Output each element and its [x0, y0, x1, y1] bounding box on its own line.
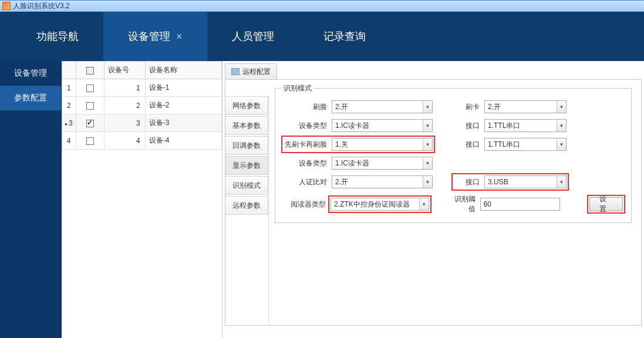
cell-device-num: 4 — [104, 132, 145, 150]
window-titlebar: 人脸识别系统V3.2 — [0, 0, 644, 12]
row-checkbox[interactable] — [86, 102, 94, 110]
cell-device-num: 3 — [104, 114, 145, 132]
select-id-compare[interactable]: 2.开 ▼ — [332, 175, 433, 188]
param-nav-display[interactable]: 显示参数 — [225, 156, 268, 175]
fieldset-legend: 识别模式 — [281, 83, 314, 93]
select-port-3[interactable]: 3.USB ▼ — [484, 175, 567, 188]
label-device-type-2: 设备类型 — [284, 158, 332, 168]
select-face[interactable]: 2.开 ▼ — [332, 100, 433, 113]
window-title: 人脸识别系统V3.2 — [13, 1, 70, 11]
select-value: 3.USB — [488, 178, 508, 186]
set-button[interactable]: 设置 — [589, 197, 623, 211]
label-port-2: 接口 — [454, 140, 484, 150]
select-card-then-face[interactable]: 1.关 ▼ — [332, 138, 433, 151]
row-checkbox[interactable] — [86, 120, 94, 127]
label-device-type: 设备类型 — [284, 121, 332, 131]
input-threshold[interactable]: 60 — [480, 198, 560, 211]
label-port-1: 接口 — [454, 121, 484, 131]
param-nav-callback[interactable]: 回调参数 — [225, 136, 268, 155]
tab-label: 记录查询 — [323, 29, 366, 43]
sidebar-item-device-manage[interactable]: 设备管理 — [0, 61, 61, 86]
sidebar: 设备管理 参数配置 — [0, 61, 62, 338]
chevron-down-icon: ▼ — [557, 176, 566, 188]
device-table-wrap: 设备号 设备名称 1 1 设备-1 2 2 设备-2 3 — [62, 61, 222, 338]
table-row[interactable]: 4 4 设备-4 — [62, 132, 221, 150]
tab-record-query[interactable]: 记录查询 — [299, 12, 390, 61]
cell-device-name: 设备-2 — [145, 97, 221, 114]
select-value: 2.开 — [335, 102, 348, 112]
tab-label: 人员管理 — [232, 29, 274, 43]
row-index: 2 — [62, 97, 76, 114]
cell-device-num: 1 — [104, 79, 145, 97]
label-threshold: 识别阈值 — [450, 194, 480, 214]
chevron-down-icon: ▼ — [419, 198, 429, 210]
tab-label: 功能导航 — [36, 29, 79, 43]
select-value: 1.TTL串口 — [488, 140, 520, 150]
label-card-then-face: 先刷卡再刷脸 — [284, 140, 332, 150]
select-value: 2.ZTK中控身份证阅读器 — [334, 200, 410, 209]
app-icon — [2, 2, 11, 10]
select-port-2[interactable]: 1.TTL串口 ▼ — [484, 138, 567, 151]
chevron-down-icon: ▼ — [423, 176, 432, 188]
select-value: 2.开 — [335, 177, 348, 187]
subtab-label: 远程配置 — [242, 67, 271, 77]
param-nav-basic[interactable]: 基本参数 — [225, 116, 268, 135]
sidebar-item-param-config[interactable]: 参数配置 — [0, 86, 61, 110]
label-reader-type: 阅读器类型 — [284, 200, 331, 209]
param-nav-recognize-mode[interactable]: 识别模式 — [225, 176, 268, 195]
select-value: 2.开 — [488, 102, 501, 112]
monitor-icon — [231, 68, 240, 75]
chevron-down-icon: ▼ — [557, 101, 566, 113]
header-checkbox[interactable] — [86, 67, 94, 75]
table-row[interactable]: 2 2 设备-2 — [62, 97, 221, 114]
subtab-remote-config[interactable]: 远程配置 — [225, 63, 277, 80]
param-nav-remote[interactable]: 远程参数 — [225, 196, 268, 215]
cell-device-name: 设备-4 — [145, 132, 221, 150]
select-port-1[interactable]: 1.TTL串口 ▼ — [484, 119, 567, 132]
row-checkbox[interactable] — [86, 137, 94, 145]
chevron-down-icon: ▼ — [423, 157, 432, 169]
row-index: 3 — [62, 114, 76, 132]
label-port-3: 接口 — [454, 177, 484, 187]
select-device-type-1[interactable]: 1.IC读卡器 ▼ — [332, 119, 433, 132]
col-device-name[interactable]: 设备名称 — [145, 62, 221, 79]
param-nav: 网络参数 基本参数 回调参数 显示参数 识别模式 远程参数 — [225, 96, 269, 325]
col-row-indicator — [62, 62, 76, 79]
label-id-compare: 人证比对 — [284, 177, 332, 187]
chevron-down-icon: ▼ — [423, 120, 432, 131]
row-index: 4 — [62, 132, 76, 150]
config-panel: 远程配置 网络参数 基本参数 回调参数 显示参数 识别模式 远程参数 识别模式 … — [222, 61, 644, 338]
close-icon[interactable]: × — [176, 31, 183, 43]
select-device-type-2[interactable]: 1.IC读卡器 ▼ — [332, 157, 433, 170]
table-row[interactable]: 1 1 设备-1 — [62, 79, 221, 97]
device-table: 设备号 设备名称 1 1 设备-1 2 2 设备-2 3 — [62, 61, 222, 150]
select-value: 1.关 — [335, 140, 348, 150]
cell-device-name: 设备-1 — [145, 79, 221, 97]
chevron-down-icon: ▼ — [557, 138, 566, 150]
table-row[interactable]: 3 3 设备-3 — [62, 114, 221, 132]
chevron-down-icon: ▼ — [557, 120, 566, 131]
select-value: 1.IC读卡器 — [335, 158, 369, 168]
tab-nav[interactable]: 功能导航 — [12, 12, 103, 61]
main-tabs: 功能导航 设备管理 × 人员管理 记录查询 — [0, 12, 644, 61]
select-value: 1.IC读卡器 — [335, 121, 369, 131]
label-face: 刷脸 — [284, 102, 332, 112]
select-card[interactable]: 2.开 ▼ — [484, 100, 567, 113]
row-index: 1 — [62, 79, 76, 97]
chevron-down-icon: ▼ — [423, 101, 432, 113]
param-nav-network[interactable]: 网络参数 — [225, 96, 268, 115]
fieldset-recognize-mode: 识别模式 刷脸 2.开 ▼ 刷卡 2.开 — [275, 88, 632, 223]
cell-device-name: 设备-3 — [145, 114, 221, 132]
col-check[interactable] — [76, 62, 104, 79]
chevron-down-icon: ▼ — [423, 138, 432, 150]
row-checkbox[interactable] — [86, 84, 94, 92]
label-card: 刷卡 — [454, 102, 484, 112]
cell-device-num: 2 — [104, 97, 145, 114]
button-label: 设置 — [599, 194, 613, 214]
tab-person-manage[interactable]: 人员管理 — [207, 12, 299, 61]
select-value: 1.TTL串口 — [488, 121, 520, 131]
col-device-num[interactable]: 设备号 — [104, 62, 145, 79]
input-value: 60 — [484, 200, 491, 208]
select-reader-type[interactable]: 2.ZTK中控身份证阅读器 ▼ — [331, 198, 429, 211]
tab-device-manage[interactable]: 设备管理 × — [103, 12, 207, 61]
